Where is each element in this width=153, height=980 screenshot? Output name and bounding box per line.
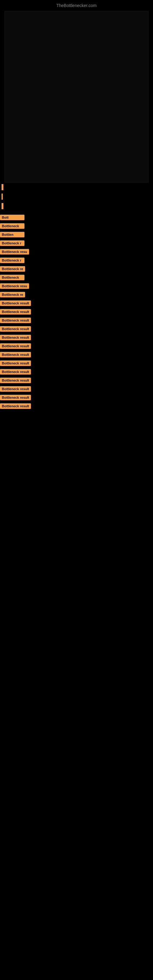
bottleneck-row: Bottleneck result <box>0 334 153 341</box>
bottleneck-row: Bottleneck re <box>0 266 153 272</box>
bottleneck-row: Bottleneck result <box>0 377 153 384</box>
bottleneck-result-label: Bottlen <box>0 232 24 237</box>
bottleneck-result-label: Bottleneck result <box>0 386 31 392</box>
bottleneck-result-label: Bottleneck result <box>0 309 31 315</box>
bottleneck-result-label: Bottleneck result <box>0 369 31 375</box>
bottleneck-row: Bottleneck result <box>0 326 153 332</box>
orange-bar-icon <box>2 184 3 190</box>
bottleneck-row: Bottleneck result <box>0 394 153 401</box>
bottleneck-result-label: Bottleneck re <box>0 266 25 272</box>
bottleneck-row: Bottleneck result <box>0 351 153 358</box>
bottleneck-row: Bottleneck re <box>0 291 153 298</box>
bottleneck-result-label: Bottleneck r <box>0 240 24 246</box>
bottleneck-result-label: Bottleneck r <box>0 258 24 263</box>
bottleneck-row: Bottleneck result <box>0 360 153 367</box>
bottleneck-result-label: Bottleneck resu <box>0 283 29 289</box>
bottleneck-row: Bottleneck result <box>0 385 153 392</box>
bottleneck-row: Bottleneck r <box>0 240 153 247</box>
bottleneck-result-label: Bottleneck resu <box>0 249 29 255</box>
orange-bar-icon-2 <box>2 203 3 209</box>
bottleneck-result-label: Bottleneck result <box>0 360 31 366</box>
bottleneck-row: Bottleneck resu <box>0 248 153 255</box>
bottleneck-result-label: Bottleneck result <box>0 301 31 306</box>
bottleneck-result-label: Bottleneck result <box>0 352 31 357</box>
bottleneck-row: Bottlen <box>0 231 153 238</box>
vertical-bar-group-1 <box>2 184 153 190</box>
bottleneck-results-section: Bott Bottleneck Bottlen Bottleneck r Bot… <box>0 211 153 413</box>
bottleneck-result-label: Bottleneck re <box>0 292 25 298</box>
bottleneck-row: Bottleneck resu <box>0 283 153 290</box>
bottleneck-row: Bottleneck <box>0 223 153 229</box>
bottleneck-row: Bottleneck result <box>0 368 153 375</box>
site-title: TheBottlenecker.com <box>0 0 153 10</box>
bottleneck-row: Bottleneck result <box>0 403 153 409</box>
bottleneck-result-label: Bott <box>0 215 24 220</box>
bottleneck-result-label: Bottleneck result <box>0 378 31 383</box>
bottleneck-result-label: Bottleneck <box>0 275 24 280</box>
bottleneck-result-label: Bottleneck result <box>0 343 31 349</box>
vertical-bar-group-2 <box>2 203 153 209</box>
bottleneck-row: Bottleneck r <box>0 257 153 264</box>
bottleneck-result-label: Bottleneck result <box>0 335 31 340</box>
pipe-bar-icon <box>2 194 3 200</box>
bottleneck-result-label: Bottleneck result <box>0 395 31 400</box>
bottleneck-result-label: Bottleneck result <box>0 403 31 409</box>
bottleneck-result-label: Bottleneck <box>0 223 24 229</box>
chart-area <box>5 11 148 183</box>
bottleneck-row: Bottleneck result <box>0 343 153 350</box>
bottleneck-result-label: Bottleneck result <box>0 318 31 323</box>
bottleneck-row: Bottleneck result <box>0 300 153 307</box>
bottleneck-row: Bottleneck result <box>0 309 153 315</box>
bottleneck-row: Bott <box>0 214 153 221</box>
bottleneck-result-label: Bottleneck result <box>0 326 31 332</box>
bottleneck-row: Bottleneck result <box>0 317 153 324</box>
bottleneck-row: Bottleneck <box>0 274 153 281</box>
